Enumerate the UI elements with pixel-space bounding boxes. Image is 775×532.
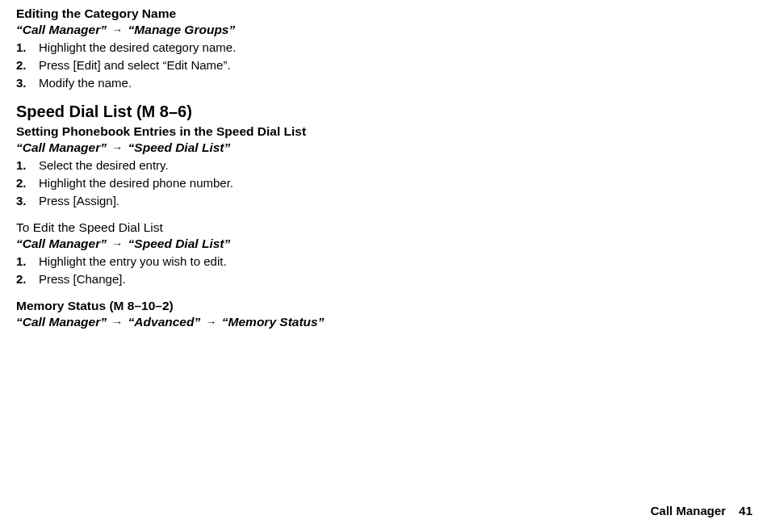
- navpath-part: “Call Manager”: [16, 237, 107, 250]
- step-number: 1.: [16, 157, 39, 174]
- step-number: 1.: [16, 39, 39, 56]
- step-text: Modify the name.: [39, 74, 132, 91]
- steps-edit-speed-dial: 1.Highlight the entry you wish to edit. …: [16, 253, 759, 287]
- list-item: 2.Highlight the desired phone number.: [16, 174, 759, 191]
- arrow-icon: →: [204, 316, 219, 329]
- step-number: 2.: [16, 57, 39, 73]
- navpath-part: “Advanced”: [128, 315, 201, 329]
- list-item: 1.Highlight the entry you wish to edit.: [16, 253, 759, 270]
- subtitle-editing-category: Editing the Category Name: [16, 6, 759, 21]
- steps-setting-phonebook: 1.Select the desired entry. 2.Highlight …: [16, 157, 759, 209]
- step-text: Highlight the entry you wish to edit.: [39, 253, 227, 270]
- navpath-part: “Speed Dial List”: [128, 237, 231, 250]
- step-text: Highlight the desired category name.: [39, 39, 236, 56]
- heading-code: (M 8–6): [136, 103, 192, 120]
- step-text: Press [Assign].: [39, 192, 119, 209]
- arrow-icon: →: [110, 316, 124, 329]
- list-item: 1.Select the desired entry.: [16, 157, 759, 174]
- navpath-part: “Memory Status”: [222, 315, 325, 329]
- navpath-part: “Speed Dial List”: [128, 140, 231, 154]
- step-number: 2.: [16, 174, 39, 191]
- subtitle-memory-status: Memory Status (M 8–10–2): [16, 299, 759, 313]
- steps-editing-category: 1.Highlight the desired category name. 2…: [16, 39, 759, 91]
- navpath-manage-groups: “Call Manager” → “Manage Groups”: [16, 23, 759, 37]
- navpath-part: “Manage Groups”: [128, 23, 236, 36]
- arrow-icon: →: [110, 237, 124, 250]
- arrow-icon: →: [110, 141, 124, 154]
- subtitle-setting-phonebook: Setting Phonebook Entries in the Speed D…: [16, 124, 759, 139]
- heading-speed-dial-list: Speed Dial List (M 8–6): [16, 103, 759, 121]
- step-text: Select the desired entry.: [39, 157, 169, 174]
- navpath-speed-dial-2: “Call Manager” → “Speed Dial List”: [16, 237, 759, 251]
- step-number: 3.: [16, 192, 39, 209]
- navpath-memory-status: “Call Manager” → “Advanced” → “Memory St…: [16, 315, 759, 329]
- footer-label: Call Manager: [651, 504, 726, 517]
- arrow-icon: →: [110, 23, 124, 36]
- list-item: 2.Press [Change].: [16, 270, 759, 287]
- step-number: 1.: [16, 253, 39, 270]
- step-number: 2.: [16, 270, 39, 287]
- list-item: 3.Press [Assign].: [16, 192, 759, 209]
- step-text: Press [Change].: [39, 270, 126, 287]
- heading-text: Speed Dial List: [16, 103, 136, 120]
- footer-page-number: 41: [739, 504, 752, 517]
- subtitle-edit-speed-dial: To Edit the Speed Dial List: [16, 220, 759, 235]
- list-item: 1.Highlight the desired category name.: [16, 39, 759, 56]
- page-footer: Call Manager 41: [651, 504, 752, 517]
- navpath-part: “Call Manager”: [16, 23, 107, 36]
- step-text: Press [Edit] and select “Edit Name”.: [39, 57, 231, 73]
- navpath-part: “Call Manager”: [16, 315, 107, 329]
- navpath-speed-dial-1: “Call Manager” → “Speed Dial List”: [16, 140, 759, 155]
- list-item: 3.Modify the name.: [16, 74, 759, 91]
- navpath-part: “Call Manager”: [16, 140, 107, 154]
- step-number: 3.: [16, 74, 39, 91]
- list-item: 2.Press [Edit] and select “Edit Name”.: [16, 57, 759, 73]
- step-text: Highlight the desired phone number.: [39, 174, 233, 191]
